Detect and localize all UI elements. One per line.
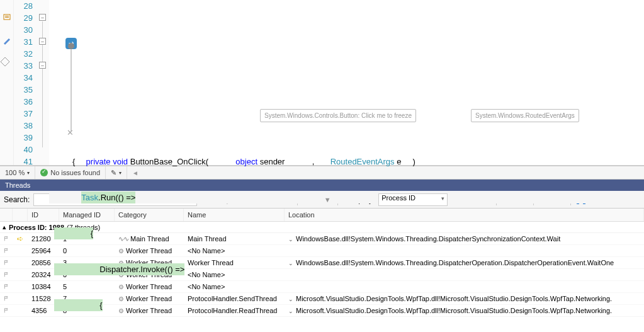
pencil-icon: [2, 36, 12, 46]
codelens-param2[interactable]: System.Windows.RoutedEventArgs: [471, 109, 579, 122]
flag-cell[interactable]: [0, 306, 13, 315]
current-thread-cell: [13, 298, 28, 299]
current-thread-arrow-icon: ➪: [17, 234, 23, 243]
fold-gutter[interactable]: − − −: [38, 0, 49, 165]
codelens-icon: [2, 12, 12, 22]
flag-icon: [4, 235, 9, 243]
current-thread-cell: [13, 286, 28, 287]
flag-cell[interactable]: [0, 246, 13, 255]
code-text[interactable]: ⇄ ✕ System.Windows.Controls.Button: Clic…: [49, 0, 644, 165]
flag-icon: [4, 247, 9, 255]
filter-flagged-button[interactable]: ▼: [322, 195, 334, 205]
flag-cell[interactable]: [0, 294, 13, 303]
flag-cell[interactable]: [0, 258, 13, 267]
fold-toggle[interactable]: −: [39, 14, 46, 21]
svg-rect-1: [5, 16, 9, 16]
check-icon: [40, 169, 48, 176]
current-thread-cell: [13, 310, 28, 311]
flag-cell[interactable]: [0, 270, 13, 279]
line-number-gutter: 2829303132333435363738394041: [14, 0, 38, 165]
flag-icon: [4, 259, 9, 266]
fold-toggle[interactable]: −: [39, 38, 46, 45]
current-thread-cell: ➪: [13, 234, 28, 244]
current-thread-cell: [13, 262, 28, 263]
current-thread-cell: [13, 274, 28, 275]
zoom-level[interactable]: 100 % ▾: [0, 166, 35, 179]
flag-cell[interactable]: [0, 234, 13, 243]
flag-icon: [4, 307, 9, 314]
fold-toggle[interactable]: −: [39, 62, 46, 69]
codelens-param1[interactable]: System.Windows.Controls.Button: Click me…: [260, 109, 416, 122]
code-editor[interactable]: 2829303132333435363738394041 − − − ⇄ ✕ S…: [0, 0, 644, 166]
svg-rect-2: [5, 17, 9, 18]
flag-cell[interactable]: [0, 282, 13, 291]
funnel-icon: ▼: [324, 196, 331, 203]
search-label: Search:: [4, 195, 30, 204]
lambda-start-icon: [68, 43, 74, 49]
tag-icon: [0, 57, 10, 67]
flag-icon: [4, 271, 9, 278]
collapse-group-icon[interactable]: ▴: [3, 223, 6, 231]
breakpoint-gutter[interactable]: [0, 0, 14, 165]
current-thread-cell: [13, 250, 28, 251]
flag-icon: [4, 295, 9, 302]
groupby-combo[interactable]: Process ID: [378, 193, 448, 206]
flag-icon: [4, 283, 9, 290]
